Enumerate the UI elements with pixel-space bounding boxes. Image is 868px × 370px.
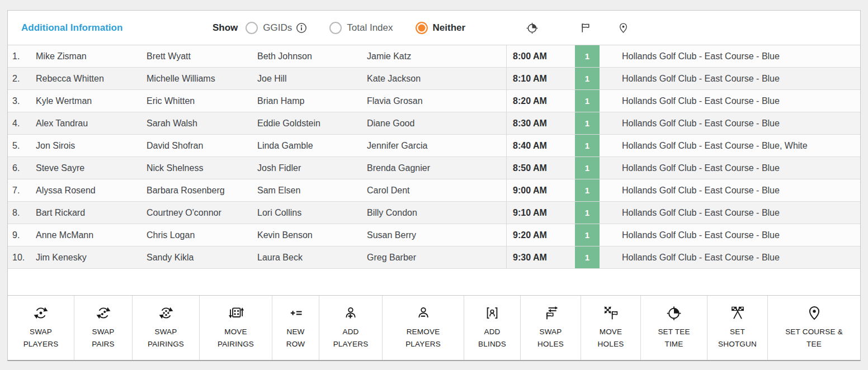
tee-time[interactable]: 9:30 AM: [506, 246, 575, 268]
player-name-1[interactable]: Bart Rickard: [32, 208, 143, 218]
hole-number-badge[interactable]: 1: [575, 90, 600, 112]
player-name-1[interactable]: Kyle Wertman: [32, 96, 143, 106]
course-name[interactable]: Hollands Golf Club - East Course - Blue: [600, 208, 860, 218]
hole-number-badge[interactable]: 1: [575, 45, 600, 67]
player-name-3[interactable]: Brian Hamp: [254, 96, 364, 106]
player-name-3[interactable]: Sam Elsen: [254, 186, 364, 196]
swap-players-button[interactable]: SWAP PLAYERS: [8, 296, 74, 360]
course-name[interactable]: Hollands Golf Club - East Course - Blue: [600, 51, 860, 61]
player-name-3[interactable]: Joe Hill: [254, 74, 364, 84]
radio-ggids[interactable]: GGIDs: [246, 22, 307, 34]
new-row-button[interactable]: NEW ROW: [272, 296, 319, 360]
player-name-3[interactable]: Beth Johnson: [254, 51, 364, 61]
player-name-1[interactable]: Steve Sayre: [32, 163, 143, 173]
button-label: SWAP: [30, 328, 52, 336]
button-label: REMOVE: [407, 328, 440, 336]
radio-total-index[interactable]: Total Index: [329, 22, 393, 34]
hole-number-badge[interactable]: 1: [575, 179, 600, 201]
header-bar: Additional Information Show GGIDs Total …: [8, 11, 860, 45]
course-name[interactable]: Hollands Golf Club - East Course - Blue: [600, 253, 860, 263]
tee-time[interactable]: 9:00 AM: [506, 179, 575, 201]
course-name[interactable]: Hollands Golf Club - East Course - Blue: [600, 74, 860, 84]
tee-time[interactable]: 8:10 AM: [506, 68, 575, 89]
radio-neither[interactable]: Neither: [416, 22, 466, 34]
player-name-1[interactable]: Mike Zisman: [32, 51, 143, 61]
remove-players-button[interactable]: REMOVE PLAYERS: [383, 296, 464, 360]
tee-time[interactable]: 8:40 AM: [506, 135, 575, 156]
tee-time[interactable]: 8:50 AM: [506, 157, 575, 179]
player-name-2[interactable]: Courtney O'connor: [143, 208, 254, 218]
hole-number-badge[interactable]: 1: [575, 68, 600, 89]
player-name-3[interactable]: Laura Beck: [254, 253, 364, 263]
player-name-2[interactable]: Sarah Walsh: [143, 118, 254, 129]
move-pairings-button[interactable]: MOVE PAIRINGS: [200, 296, 272, 360]
swap-pairings-button[interactable]: SWAP PAIRINGS: [133, 296, 200, 360]
hole-number-badge[interactable]: 1: [575, 224, 600, 246]
player-name-2[interactable]: Barbara Rosenberg: [143, 186, 254, 196]
player-name-3[interactable]: Kevin Benson: [254, 230, 364, 240]
player-name-1[interactable]: Alex Tandrau: [32, 118, 143, 129]
set-tee-time-button[interactable]: SET TEE TIME: [641, 296, 707, 360]
player-name-3[interactable]: Josh Fidler: [254, 163, 364, 173]
player-name-1[interactable]: Anne McMann: [32, 230, 143, 240]
set-shotgun-button[interactable]: SET SHOTGUN: [707, 296, 768, 360]
tee-time[interactable]: 9:20 AM: [506, 224, 575, 246]
radio-label-neither: Neither: [433, 22, 466, 34]
player-name-1[interactable]: Rebecca Whitten: [32, 74, 143, 84]
hole-number-badge[interactable]: 1: [575, 157, 600, 179]
player-name-2[interactable]: David Shofran: [143, 141, 254, 151]
player-name-1[interactable]: Jon Sirois: [32, 141, 143, 151]
player-name-2[interactable]: Eric Whitten: [143, 96, 254, 106]
row-number: 2.: [8, 74, 32, 84]
player-name-2[interactable]: Chris Logan: [143, 230, 254, 240]
player-name-4[interactable]: Greg Barber: [364, 253, 506, 263]
tee-time[interactable]: 8:30 AM: [506, 112, 575, 134]
player-name-3[interactable]: Linda Gamble: [254, 141, 364, 151]
radio-circle-ggids[interactable]: [246, 22, 258, 34]
course-name[interactable]: Hollands Golf Club - East Course - Blue: [600, 230, 860, 240]
info-icon[interactable]: [296, 22, 307, 34]
player-name-1[interactable]: Alyssa Rosend: [32, 186, 143, 196]
hole-number-badge[interactable]: 1: [575, 246, 600, 268]
player-name-2[interactable]: Nick Shelness: [143, 163, 254, 173]
swap-pairs-button[interactable]: SWAP PAIRS: [74, 296, 133, 360]
tee-time[interactable]: 9:10 AM: [506, 202, 575, 224]
tee-time[interactable]: 8:00 AM: [506, 45, 575, 67]
swap-holes-button[interactable]: SWAP HOLES: [521, 296, 581, 360]
player-name-2[interactable]: Michelle Williams: [143, 74, 254, 84]
hole-number-badge[interactable]: 1: [575, 135, 600, 156]
hole-number-badge[interactable]: 1: [575, 112, 600, 134]
player-name-2[interactable]: Sandy Kikla: [143, 253, 254, 263]
player-name-4[interactable]: Diane Good: [364, 118, 506, 129]
player-name-4[interactable]: Jennifer Garcia: [364, 141, 506, 151]
add-players-button[interactable]: ADD PLAYERS: [319, 296, 383, 360]
remove-players-icon: [416, 304, 431, 322]
button-label: HOLES: [598, 340, 624, 348]
course-name[interactable]: Hollands Golf Club - East Course - Blue: [600, 186, 860, 196]
hole-number-badge[interactable]: 1: [575, 202, 600, 224]
player-name-4[interactable]: Jamie Katz: [364, 51, 506, 61]
player-name-4[interactable]: Kate Jackson: [364, 74, 506, 84]
player-name-2[interactable]: Brett Wyatt: [143, 51, 254, 61]
button-label: MOVE: [600, 328, 622, 336]
player-name-4[interactable]: Flavia Grosan: [364, 96, 506, 106]
player-name-4[interactable]: Susan Berry: [364, 230, 506, 240]
radio-circle-total-index[interactable]: [329, 22, 342, 34]
player-name-4[interactable]: Brenda Gagnier: [364, 163, 506, 173]
course-name[interactable]: Hollands Golf Club - East Course - Blue: [600, 163, 860, 173]
course-name[interactable]: Hollands Golf Club - East Course - Blue: [600, 118, 860, 129]
additional-information-link[interactable]: Additional Information: [21, 22, 122, 34]
add-blinds-button[interactable]: ADD BLINDS: [464, 296, 521, 360]
tee-time[interactable]: 8:20 AM: [506, 90, 575, 112]
player-name-3[interactable]: Eddie Goldstein: [254, 118, 364, 129]
course-name[interactable]: Hollands Golf Club - East Course - Blue,…: [600, 141, 860, 151]
player-name-4[interactable]: Carol Dent: [364, 186, 506, 196]
radio-circle-neither[interactable]: [416, 22, 428, 34]
row-number: 6.: [8, 163, 32, 173]
move-holes-button[interactable]: MOVE HOLES: [581, 296, 641, 360]
course-name[interactable]: Hollands Golf Club - East Course - Blue: [600, 96, 860, 106]
set-course-tee-button[interactable]: SET COURSE & TEE: [768, 296, 860, 360]
player-name-3[interactable]: Lori Collins: [254, 208, 364, 218]
player-name-1[interactable]: Jim Kenesky: [32, 253, 143, 263]
player-name-4[interactable]: Billy Condon: [364, 208, 506, 218]
